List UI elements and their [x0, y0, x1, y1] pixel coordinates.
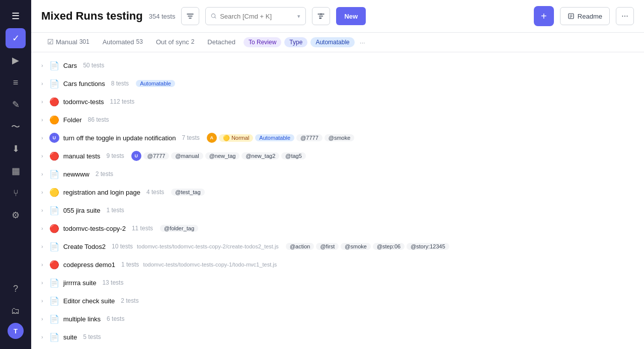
list-item[interactable]: › 🔴 todomvc-tests-copy-2 11 tests @folde… — [31, 219, 644, 237]
tab-manual-count: 301 — [79, 38, 90, 45]
avatar[interactable]: T — [8, 323, 24, 339]
user-avatar: A — [207, 133, 217, 143]
list-item[interactable]: › 🔴 todomvc-tests 112 tests — [31, 93, 644, 111]
list-item[interactable]: › 📄 newwww 2 tests — [31, 165, 644, 183]
item-count: 1 tests — [106, 207, 124, 214]
tab-detached[interactable]: Detached — [201, 33, 242, 52]
search-input[interactable] — [220, 13, 294, 20]
search-box[interactable]: ▾ — [205, 7, 306, 25]
more-button[interactable]: ··· — [616, 7, 634, 25]
list-item[interactable]: › 📄 multiple links 6 tests — [31, 310, 644, 328]
item-icon: 📄 — [49, 314, 59, 324]
item-tags: @test_tag — [171, 189, 204, 196]
chevron-right-icon: › — [41, 207, 43, 213]
item-count: 10 tests — [112, 243, 133, 250]
item-path: todomvc-tests/todomvc-tests-copy-2/creat… — [137, 243, 279, 249]
list-item[interactable]: › 📄 055 jira suite 1 tests — [31, 201, 644, 219]
item-count: 2 tests — [121, 297, 138, 304]
user-avatar: U — [131, 151, 141, 161]
tab-out-of-sync[interactable]: Out of sync 2 — [150, 33, 200, 52]
item-count: 5 tests — [83, 333, 101, 340]
sidebar-check-icon[interactable]: ✓ — [6, 28, 26, 48]
item-icon: 🔴 — [49, 224, 59, 233]
chevron-right-icon: › — [41, 261, 43, 268]
sidebar-lines-icon[interactable]: ≡ — [6, 72, 26, 93]
list-item[interactable]: › 🟠 Folder 86 tests — [31, 111, 644, 129]
sidebar: ☰ ✓ ▶ ≡ ✎ 〜 ⬇ ▦ ⑂ ⚙ ? 🗂 T — [0, 0, 31, 349]
list-item[interactable]: › 📄 suite 5 tests — [31, 328, 644, 346]
tab-out-of-sync-label: Out of sync — [156, 38, 189, 46]
item-name: manual tests — [63, 152, 101, 160]
book-icon — [568, 13, 575, 20]
list-item[interactable]: › 📄 Create Todos2 10 tests todomvc-tests… — [31, 237, 644, 255]
item-icon: 📄 — [49, 296, 59, 306]
sidebar-help-icon[interactable]: ? — [6, 279, 26, 299]
sidebar-activity-icon[interactable]: 〜 — [6, 117, 26, 137]
sidebar-settings-icon[interactable]: ⚙ — [6, 205, 26, 225]
chevron-right-icon: › — [41, 99, 43, 105]
tab-manual-icon: ☑ — [47, 38, 54, 46]
sidebar-folder-icon[interactable]: 🗂 — [6, 301, 26, 321]
sidebar-play-icon[interactable]: ▶ — [6, 50, 26, 70]
tag: @action — [286, 243, 314, 250]
tune-button[interactable] — [312, 7, 330, 25]
test-count: 354 tests — [149, 13, 176, 20]
list-item[interactable]: › U turn off the toggle in update notifi… — [31, 129, 644, 147]
filter-button[interactable] — [181, 7, 199, 25]
item-name: codepress demo1 — [63, 261, 115, 269]
sidebar-bar-icon[interactable]: ▦ — [6, 161, 26, 181]
item-count: 4 tests — [146, 189, 164, 196]
tabs-more-button[interactable]: ··· — [357, 34, 368, 51]
tag: @manual — [171, 152, 203, 159]
item-count: 50 tests — [83, 62, 104, 69]
item-tags: A 🟡 Normal Automatable @7777 @smoke — [207, 133, 355, 143]
tab-manual[interactable]: ☑ Manual 301 — [41, 33, 96, 52]
sidebar-menu-icon[interactable]: ☰ — [6, 6, 26, 26]
filter-to-review[interactable]: To Review — [244, 37, 281, 47]
tag: @step:06 — [373, 243, 405, 250]
tab-automated-label: Automated — [103, 38, 134, 46]
tune-icon — [317, 12, 325, 20]
item-name: turn off the toggle in update notificati… — [63, 134, 176, 142]
list-item[interactable]: › 🔴 codepress demo1 1 tests todomvc-test… — [31, 255, 644, 274]
test-list: › 📄 Cars 50 tests › 📄 Cars functions 8 t… — [31, 52, 644, 349]
item-name: multiple links — [63, 315, 101, 323]
tab-automated[interactable]: Automated 53 — [97, 33, 149, 52]
tabs-bar: ☑ Manual 301 Automated 53 Out of sync 2 … — [31, 33, 644, 52]
header: Mixed Runs testing 354 tests ▾ New + — [31, 0, 644, 33]
tag: @tag5 — [281, 152, 306, 159]
list-item[interactable]: › 📄 jirrrrra suite 13 tests — [31, 274, 644, 292]
chevron-right-icon: › — [41, 225, 43, 231]
readme-button[interactable]: Readme — [560, 7, 610, 25]
list-item[interactable]: › 📄 mmmm 8 tests — [31, 346, 644, 349]
list-item[interactable]: › 🟡 registration and login page 4 tests … — [31, 183, 644, 201]
item-count: 9 tests — [106, 152, 124, 159]
item-icon: 📄 — [49, 61, 59, 70]
tag: @smoke — [341, 243, 371, 250]
list-item[interactable]: › 🔴 manual tests 9 tests U @7777 @manual… — [31, 147, 644, 165]
item-count: 1 tests — [121, 261, 139, 268]
chevron-right-icon: › — [41, 243, 43, 249]
new-button[interactable]: New — [336, 7, 366, 25]
tag: @test_tag — [171, 189, 204, 196]
tag-automatable: Automatable — [136, 80, 175, 87]
sidebar-download-icon[interactable]: ⬇ — [6, 139, 26, 159]
item-icon: 📄 — [49, 332, 59, 342]
sidebar-git-icon[interactable]: ⑂ — [6, 183, 26, 203]
list-item[interactable]: › 📄 Editor check suite 2 tests — [31, 292, 644, 310]
filter-type[interactable]: Type — [284, 37, 307, 47]
add-button[interactable]: + — [534, 6, 554, 26]
tab-detached-label: Detached — [207, 38, 235, 46]
tag: @new_tag — [205, 152, 240, 159]
item-count: 13 tests — [102, 279, 123, 286]
item-icon: 📄 — [49, 206, 59, 215]
item-name: Create Todos2 — [63, 243, 106, 250]
sidebar-edit-icon[interactable]: ✎ — [6, 95, 26, 115]
item-name: Cars — [63, 62, 77, 69]
svg-point-2 — [319, 18, 321, 19]
filter-automatable[interactable]: Automatable — [310, 37, 354, 47]
item-tags: U @7777 @manual @new_tag @new_tag2 @tag5 — [131, 151, 306, 161]
list-item[interactable]: › 📄 Cars 50 tests — [31, 56, 644, 74]
item-icon: 📄 — [49, 242, 59, 251]
list-item[interactable]: › 📄 Cars functions 8 tests Automatable — [31, 74, 644, 93]
